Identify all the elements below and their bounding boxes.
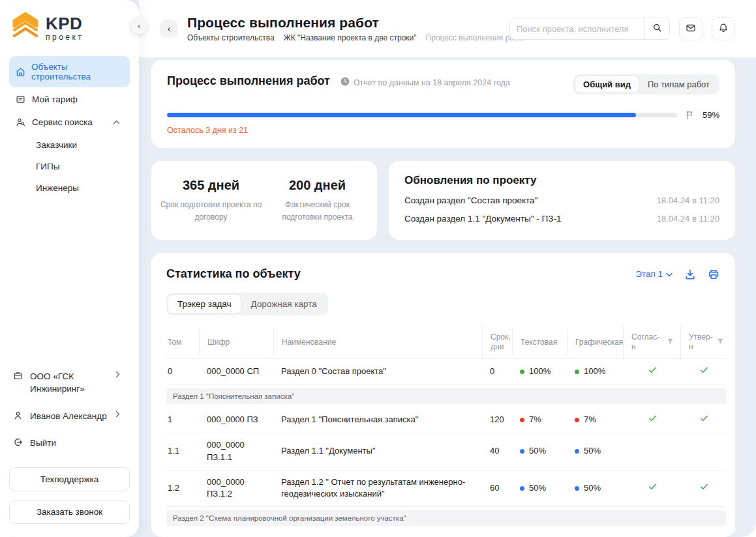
update-row: Создан раздел 1.1 "Документы" - ПЗ-118.0…	[404, 214, 719, 224]
table-row[interactable]: 1.2000_0000 ПЗ.1.2Раздел 1.2 " Отчет по …	[166, 471, 726, 508]
cell-name: Раздел 2 "Схема планировочной организаци…	[273, 529, 482, 537]
sidebar-item-label: Сервис поиска	[32, 117, 93, 127]
sidebar-footer-label: ООО «ГСК Инжиниринг»	[30, 370, 109, 396]
column-header-label: Шифр	[207, 338, 230, 347]
sidebar-buttons: ТехподдержкаЗаказать звонок	[0, 456, 139, 524]
flag-icon	[685, 110, 695, 120]
check-cell	[680, 407, 726, 433]
percent-value: 50%	[584, 482, 601, 495]
notifications-button[interactable]	[712, 17, 735, 40]
filter-icon[interactable]	[667, 338, 674, 347]
progress-card-title: Процесс выполнения работ	[167, 74, 330, 88]
status-dot-green	[575, 370, 579, 374]
mail-button[interactable]	[679, 17, 703, 40]
view-toggle-segment[interactable]: По типам работ	[639, 76, 718, 93]
sidebar-item-link[interactable]: Сервис поиска	[9, 111, 130, 133]
duration-value: 200 дней	[265, 178, 370, 193]
update-row: Создан раздел "Состав проекта"18.04.24 в…	[404, 196, 719, 205]
search-icon	[652, 23, 662, 35]
download-icon[interactable]	[684, 268, 696, 280]
update-text: Создан раздел 1.1 "Документы" - ПЗ-1	[404, 214, 561, 224]
update-date: 18.04.24 в 11:20	[657, 196, 719, 205]
progress-card: Процесс выполнения работ Отчет по данным…	[151, 60, 735, 148]
app-window: ‹ KPD проект Объекты строительстваМой та…	[0, 0, 756, 537]
breadcrumb-item[interactable]: Объекты строительства	[187, 33, 275, 42]
search-input[interactable]	[510, 24, 644, 34]
check-cell	[680, 446, 726, 457]
stage-select[interactable]: Этап 1	[635, 269, 673, 279]
check-cell	[623, 476, 680, 501]
cell-days: 120	[482, 408, 512, 432]
clock-icon	[340, 77, 350, 88]
check-icon	[699, 365, 709, 379]
chevron-down-icon	[666, 269, 673, 279]
cell-tom: 1	[166, 408, 199, 432]
percent-value: 100%	[529, 366, 551, 378]
progress-cell: 7%	[567, 408, 623, 432]
updates-list: Создан раздел "Состав проекта"18.04.24 в…	[404, 196, 719, 224]
bell-icon	[718, 23, 729, 35]
update-date: 18.04.24 в 11:20	[657, 214, 719, 224]
search-button[interactable]	[644, 18, 669, 39]
sidebar-item-link[interactable]: Мой тариф	[9, 89, 130, 110]
support-button[interactable]: Техподдержка	[9, 467, 130, 491]
cell-tom: 1.1	[166, 439, 199, 463]
back-button[interactable]: ‹	[160, 20, 178, 38]
cell-days: 60	[482, 476, 512, 501]
tab-active[interactable]: Трэкер задач	[168, 294, 241, 314]
sidebar-footer-label: Иванов Александр	[30, 410, 109, 423]
order-call-button[interactable]: Заказать звонок	[9, 500, 130, 524]
table-row[interactable]: 1.1000_0000 ПЗ.1.1Раздел 1.1 "Документы"…	[166, 433, 726, 471]
check-icon	[699, 482, 709, 495]
home-icon	[16, 67, 25, 77]
column-header: Шифр	[199, 329, 273, 355]
user-icon	[13, 411, 23, 420]
chevron-right-icon	[115, 371, 126, 378]
view-toggle-segment[interactable]: Общий вид	[575, 76, 639, 93]
column-header: Том	[166, 329, 199, 355]
status-dot-blue	[575, 486, 579, 491]
duration-label: Фактический срок подготовки проекта	[265, 199, 370, 223]
progress-cell: 100%	[512, 360, 567, 384]
tasks-table: ТомШифрНаименованиеСрок, дниТекстоваяГра…	[166, 326, 726, 537]
filter-icon[interactable]	[717, 338, 724, 347]
cell-tom: 1.2	[166, 476, 199, 501]
sidebar-footer-item[interactable]: ООО «ГСК Инжиниринг»	[9, 364, 130, 401]
update-text: Создан раздел "Состав проекта"	[404, 196, 537, 205]
sidebar-subitem[interactable]: Инженеры	[9, 177, 130, 199]
sidebar-footer-item[interactable]: Выйти	[9, 431, 130, 456]
sidebar-subgroup: ЗаказчикиГИПыИнженеры	[9, 134, 130, 199]
sidebar-collapse-button[interactable]: ‹	[131, 18, 147, 34]
chevron-left-icon: ‹	[138, 22, 140, 31]
table-group-row: Раздел 2 "Схема планировочной организаци…	[166, 510, 726, 526]
progress-cell: 50%	[512, 476, 567, 501]
brand-logo[interactable]: KPD проект	[0, 9, 139, 56]
tariff-icon	[16, 94, 26, 104]
table-row[interactable]: 0000_0000 СПРаздел 0 "Состав проекта"010…	[166, 359, 726, 385]
table-body: 0000_0000 СПРаздел 0 "Состав проекта"010…	[166, 359, 726, 537]
print-icon[interactable]	[708, 268, 719, 280]
table-group-row: Раздел 1 "Пояснительная записка"	[166, 388, 726, 404]
cell-name: Раздел 1 "Пояснительная записка"	[273, 408, 482, 432]
brand-name: KPD	[46, 15, 83, 32]
content-area: Процесс выполнения работ Отчет по данным…	[139, 57, 756, 537]
check-cell	[623, 446, 680, 457]
column-header-label: Текстовая	[521, 338, 557, 347]
check-cell	[680, 476, 726, 501]
chevron-right-icon	[115, 411, 126, 418]
progress-cell: 100%	[567, 360, 623, 384]
status-dot-red	[520, 418, 524, 422]
status-dot-blue	[520, 449, 524, 454]
mail-icon	[686, 23, 696, 35]
duration-stat: 365 днейСрок подготовки проекта по догов…	[159, 178, 264, 223]
column-header-label: Утвер-н	[689, 332, 713, 352]
sidebar-item-active[interactable]: Объекты строительства	[9, 56, 130, 87]
tab-inactive[interactable]: Дорожная карта	[241, 294, 327, 314]
breadcrumb-item[interactable]: ЖК "Название проекта в две строки"	[284, 33, 417, 42]
sidebar-subitem[interactable]: Заказчики	[9, 134, 130, 156]
table-row[interactable]: 1000_0000 ПЗРаздел 1 "Пояснительная запи…	[166, 407, 726, 433]
table-row[interactable]: 2.1000_0000 ПЗУ2.1Раздел 2 "Схема планир…	[166, 529, 726, 537]
sidebar-subitem[interactable]: ГИПы	[9, 156, 130, 177]
sidebar-footer-item[interactable]: Иванов Александр	[9, 404, 130, 429]
view-toggle: Общий видПо типам работ	[573, 74, 719, 94]
